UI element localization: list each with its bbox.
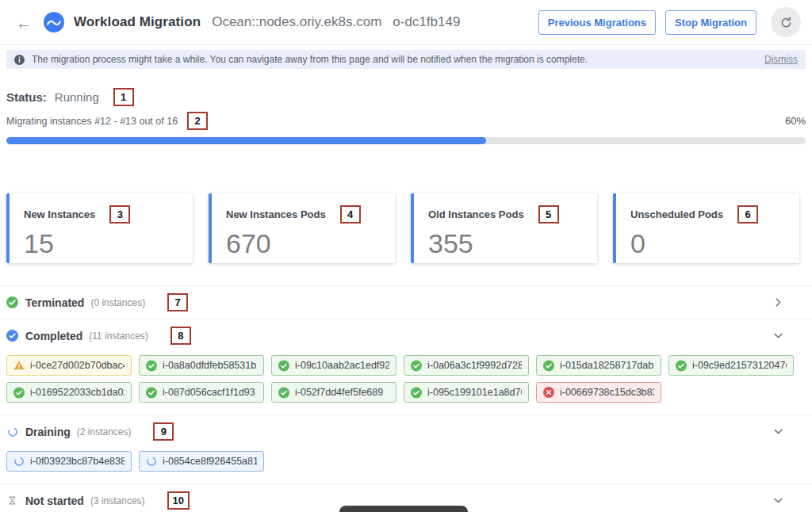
check-circle-green-icon — [543, 360, 554, 371]
instance-chips-draining: i-0f03923bc87b4e838i-0854ce8f926455a81 — [0, 448, 812, 483]
check-circle-green-icon — [146, 360, 157, 371]
annotation-badge: 6 — [737, 205, 758, 224]
status-value: Running — [55, 90, 99, 104]
summary-card: New Instances Pods4670 — [209, 193, 395, 263]
instance-id: i-0a8a0dfdfeb58531b — [163, 360, 256, 371]
section-header-draining[interactable]: Draining(2 instances)9 — [0, 415, 812, 448]
summary-card: Old Instances Pods5355 — [411, 193, 597, 263]
instance-chip: i-0a8a0dfdfeb58531b — [139, 355, 264, 376]
instance-chip: i-052f7dd4fef5fe689 — [271, 382, 396, 403]
card-value: 15 — [24, 230, 178, 257]
annotation-badge: 2 — [187, 112, 208, 130]
cluster-name: Ocean::nodes.oriy.ek8s.com — [212, 14, 381, 30]
annotation-badge: 4 — [340, 205, 361, 224]
info-banner: The migration process might take a while… — [6, 50, 806, 69]
ocean-logo-icon — [44, 12, 64, 32]
instance-chips-completed: i-0ce27d002b70dbac4i-0a8a0dfdfeb58531bi-… — [0, 352, 812, 415]
progress-fill — [6, 137, 486, 144]
section-terminated: Terminated(0 instances)7 — [0, 285, 812, 319]
annotation-badge: 8 — [170, 327, 191, 345]
migration-status-block: Status: Running 1 Migrating instances #1… — [0, 88, 812, 144]
chevron-down-icon[interactable] — [773, 331, 783, 341]
instance-id: i-09c10aab2ac1edf92 — [295, 360, 389, 371]
instance-id: i-0a06a3c1f9992d728 — [427, 360, 522, 371]
instance-chip: i-00669738c15dc3b83 — [536, 382, 661, 403]
card-value: 355 — [428, 230, 583, 257]
section-header-completed[interactable]: Completed(11 instances)8 — [0, 319, 812, 352]
section-completed: Completed(11 instances)8i-0ce27d002b70db… — [0, 319, 812, 415]
card-value: 0 — [630, 230, 785, 257]
instance-id: i-015da18258717dab2 — [560, 360, 654, 371]
section-title: Not started — [25, 495, 84, 507]
annotation-badge: 10 — [167, 491, 190, 510]
check-circle-green-icon — [278, 387, 289, 398]
instance-chip: i-0854ce8f926455a81 — [139, 451, 264, 472]
card-value: 670 — [226, 230, 381, 257]
stop-migration-button[interactable]: Stop Migration — [665, 10, 756, 35]
spinner-icon — [146, 456, 157, 467]
page-header: ← Workload Migration Ocean::nodes.oriy.e… — [0, 0, 812, 45]
chevron-down-icon[interactable] — [773, 495, 783, 506]
summary-card: New Instances315 — [6, 193, 193, 263]
instance-id: i-052f7dd4fef5fe689 — [295, 387, 383, 398]
page-title: Workload Migration — [74, 14, 201, 30]
warning-triangle-icon — [13, 360, 25, 371]
card-label: Unscheduled Pods — [630, 208, 723, 220]
check-circle-green-icon — [411, 360, 422, 371]
refresh-button[interactable] — [771, 7, 801, 37]
annotation-badge: 9 — [153, 422, 174, 441]
instance-chip: i-0ce27d002b70dbac4 — [6, 355, 132, 376]
instance-id: i-09c9ed21573120476 — [692, 360, 787, 371]
migration-detail: Migrating instances #12 - #13 out of 16 — [6, 116, 178, 127]
instance-id: i-0ce27d002b70dbac4 — [30, 360, 124, 371]
check-circle-green-icon — [411, 387, 422, 398]
ocean-id: o-dc1fb149 — [393, 14, 460, 30]
previous-migrations-button[interactable]: Previous Migrations — [538, 10, 656, 35]
instance-id: i-0f03923bc87b4e838 — [30, 456, 124, 467]
section-count: (0 instances) — [90, 297, 145, 308]
instance-chip: i-015da18258717dab2 — [536, 355, 661, 376]
card-label: New Instances — [24, 208, 95, 220]
spinner-icon — [6, 426, 18, 437]
instance-id: i-095c199101e1a8d76 — [427, 387, 522, 398]
hourglass-icon — [6, 495, 18, 506]
instance-id: i-0169522033cb1da02 — [30, 387, 124, 398]
check-circle-green-icon — [6, 296, 18, 308]
card-label: New Instances Pods — [226, 208, 326, 220]
instance-sections: Terminated(0 instances)7Completed(11 ins… — [0, 285, 812, 512]
check-circle-blue-icon — [6, 330, 18, 342]
back-arrow-icon[interactable]: ← — [16, 14, 33, 31]
bottom-overlay-bar — [339, 506, 468, 512]
instance-chip: i-09c9ed21573120476 — [668, 355, 794, 376]
section-count: (2 instances) — [77, 426, 132, 437]
check-circle-green-icon — [278, 360, 289, 371]
instance-id: i-0854ce8f926455a81 — [163, 456, 257, 467]
chevron-right-icon[interactable] — [773, 297, 783, 308]
progress-bar — [6, 137, 806, 144]
instance-chip: i-087d056cacf1f1d93 — [139, 382, 264, 403]
annotation-badge: 5 — [538, 205, 559, 224]
annotation-badge: 3 — [109, 205, 130, 224]
check-circle-green-icon — [676, 360, 687, 371]
card-label: Old Instances Pods — [428, 208, 524, 220]
spinner-icon — [13, 456, 25, 467]
section-draining: Draining(2 instances)9i-0f03923bc87b4e83… — [0, 415, 812, 483]
banner-text: The migration process might take a while… — [32, 54, 588, 65]
error-circle-icon — [543, 387, 554, 398]
dismiss-link[interactable]: Dismiss — [764, 54, 798, 65]
instance-id: i-00669738c15dc3b83 — [560, 387, 654, 398]
section-title: Terminated — [25, 296, 84, 309]
instance-chip: i-095c199101e1a8d76 — [404, 382, 529, 403]
chevron-down-icon[interactable] — [773, 426, 783, 437]
section-count: (3 instances) — [90, 495, 145, 506]
annotation-badge: 1 — [113, 88, 134, 106]
instance-chip: i-0f03923bc87b4e838 — [6, 451, 132, 472]
instance-chip: i-0a06a3c1f9992d728 — [404, 355, 529, 376]
instance-chip: i-09c10aab2ac1edf92 — [271, 355, 396, 376]
section-count: (11 instances) — [89, 331, 147, 342]
progress-percent: 60% — [785, 115, 806, 127]
section-header-terminated[interactable]: Terminated(0 instances)7 — [0, 286, 812, 319]
instance-chip: i-0169522033cb1da02 — [6, 382, 132, 403]
summary-cards-row: New Instances315New Instances Pods4670Ol… — [0, 193, 812, 263]
refresh-icon — [779, 16, 793, 29]
